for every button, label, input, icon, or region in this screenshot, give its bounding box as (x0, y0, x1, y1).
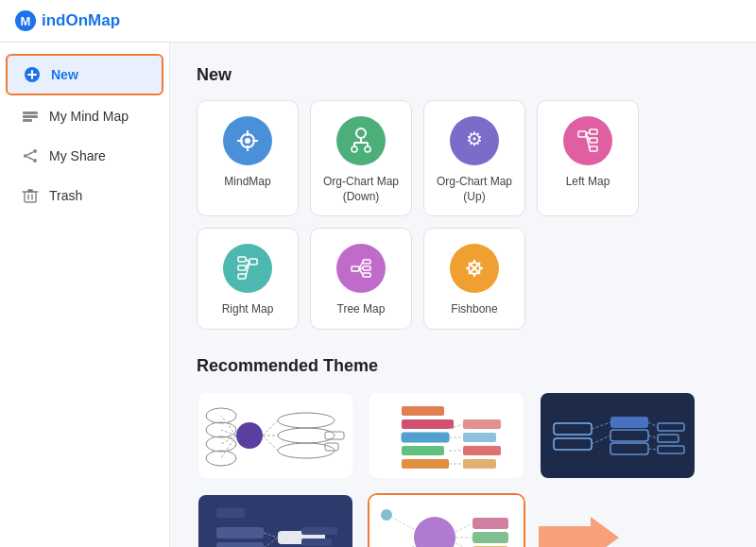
theme-card-2[interactable] (368, 391, 525, 480)
svg-line-66 (263, 436, 278, 451)
svg-point-8 (33, 159, 37, 162)
svg-rect-33 (238, 265, 246, 270)
theme1-preview (202, 397, 349, 474)
svg-rect-83 (554, 438, 592, 450)
svg-point-6 (33, 149, 37, 153)
svg-rect-76 (463, 446, 501, 455)
svg-line-106 (455, 523, 472, 532)
svg-line-93 (648, 436, 658, 438)
theme3-preview (544, 397, 691, 474)
svg-rect-41 (363, 273, 370, 277)
theme-grid (197, 391, 730, 547)
svg-line-58 (221, 430, 236, 436)
right-map-icon (223, 244, 272, 293)
org-chart-up-label: Org-Chart Map (Up) (434, 175, 515, 204)
org-chart-up-icon: ⚙ (450, 116, 499, 165)
svg-marker-117 (539, 517, 619, 547)
sidebar-item-my-share[interactable]: My Share (6, 137, 163, 175)
svg-rect-4 (23, 115, 38, 118)
svg-line-92 (648, 422, 658, 427)
template-org-chart-up[interactable]: ⚙ Org-Chart Map (Up) (423, 100, 525, 216)
right-map-label: Right Map (222, 302, 274, 317)
sidebar-item-trash[interactable]: Trash (6, 177, 163, 214)
sidebar: New My Mind Map My Share Trash (0, 43, 170, 547)
theme-card-5[interactable] (368, 493, 525, 547)
svg-point-105 (414, 517, 455, 547)
theme5-preview (373, 499, 520, 547)
svg-rect-89 (658, 423, 684, 431)
template-tree-map[interactable]: Tree Map (310, 228, 412, 330)
svg-rect-74 (463, 419, 501, 429)
svg-point-11 (245, 138, 250, 144)
sidebar-item-new-label: New (51, 67, 78, 82)
svg-line-97 (264, 533, 278, 538)
template-fishbone[interactable]: Fishbone (423, 228, 525, 330)
template-org-chart-down[interactable]: Org-Chart Map(Down) (310, 100, 412, 216)
template-right-map[interactable]: Right Map (197, 228, 299, 330)
theme-card-3[interactable] (539, 391, 696, 480)
sidebar-item-trash-label: Trash (49, 188, 82, 203)
svg-point-52 (236, 422, 263, 449)
share-icon (21, 146, 40, 165)
theme2-preview (373, 397, 520, 474)
mindmap-icon (223, 116, 272, 165)
svg-rect-72 (402, 446, 444, 455)
svg-line-87 (592, 422, 610, 429)
svg-rect-82 (554, 423, 592, 435)
svg-rect-3 (23, 111, 38, 114)
org-chart-down-label: Org-Chart Map(Down) (323, 175, 399, 204)
svg-rect-84 (610, 417, 648, 428)
svg-rect-26 (590, 138, 597, 143)
theme-card-1[interactable] (197, 391, 354, 480)
svg-rect-9 (25, 192, 36, 202)
svg-point-21 (352, 146, 357, 152)
plus-icon (23, 65, 42, 84)
svg-point-22 (365, 146, 370, 152)
theme4-preview (202, 499, 349, 547)
sidebar-item-new[interactable]: New (6, 54, 163, 95)
svg-rect-70 (402, 419, 454, 429)
svg-rect-32 (238, 257, 246, 262)
recommended-section-title: Recommended Theme (197, 356, 730, 376)
mindmap-label: MindMap (224, 175, 270, 190)
svg-rect-75 (463, 433, 496, 442)
svg-rect-101 (216, 508, 245, 518)
svg-line-94 (648, 449, 658, 450)
logo: M indOnMap (15, 10, 120, 31)
template-grid: MindMap Org-Chart Map(Down) ⚙ Org-Chart … (197, 100, 730, 330)
svg-rect-77 (463, 459, 496, 469)
svg-rect-104 (301, 538, 332, 546)
left-map-icon (563, 116, 612, 165)
svg-point-61 (278, 413, 335, 428)
svg-rect-40 (363, 266, 370, 270)
svg-rect-27 (590, 146, 597, 151)
sidebar-item-my-mind-map-label: My Mind Map (49, 109, 129, 124)
svg-rect-39 (363, 260, 370, 264)
logo-text: indOnMap (42, 11, 120, 30)
tree-map-label: Tree Map (337, 302, 386, 317)
svg-point-7 (24, 154, 27, 158)
mind-map-icon (21, 107, 40, 126)
svg-rect-96 (216, 542, 264, 547)
sidebar-item-my-mind-map[interactable]: My Mind Map (6, 97, 163, 135)
svg-rect-73 (402, 459, 449, 469)
main-layout: New My Mind Map My Share Trash New (0, 43, 756, 547)
svg-line-113 (392, 518, 414, 529)
svg-rect-71 (402, 433, 449, 442)
sidebar-item-my-share-label: My Share (49, 148, 106, 163)
svg-rect-38 (352, 266, 359, 271)
svg-rect-86 (610, 443, 648, 454)
template-left-map[interactable]: Left Map (537, 100, 639, 216)
svg-line-108 (455, 543, 472, 547)
arrow-right-icon (539, 517, 619, 547)
svg-rect-25 (590, 129, 597, 134)
svg-rect-85 (610, 430, 648, 441)
trash-icon (21, 186, 40, 205)
theme-card-4[interactable] (197, 493, 354, 547)
svg-rect-31 (249, 259, 257, 265)
svg-rect-90 (658, 435, 679, 442)
arrow-indicator (539, 517, 619, 547)
template-mindmap[interactable]: MindMap (197, 100, 299, 216)
svg-rect-5 (23, 119, 32, 122)
svg-line-64 (263, 420, 278, 436)
